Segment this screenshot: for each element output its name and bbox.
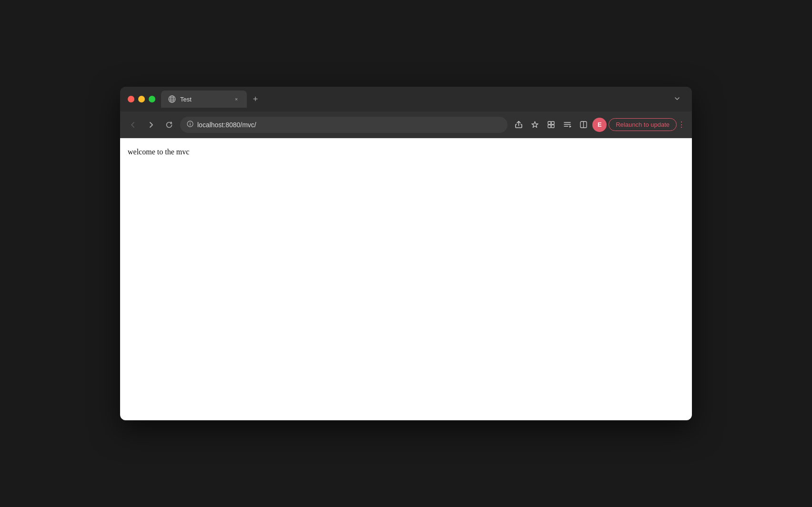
svg-rect-9	[548, 122, 551, 124]
share-button[interactable]	[511, 118, 526, 132]
toolbar: localhost:8080/mvc/	[120, 112, 692, 138]
active-tab[interactable]: Test ×	[161, 91, 247, 108]
reload-button[interactable]	[162, 118, 176, 132]
title-bar: Test × +	[120, 87, 692, 112]
url-text: localhost:8080/mvc/	[197, 121, 501, 129]
page-content: welcome to the mvc	[120, 138, 692, 420]
profile-avatar[interactable]: E	[592, 118, 607, 132]
address-bar[interactable]: localhost:8080/mvc/	[180, 117, 508, 133]
minimize-button[interactable]	[138, 96, 145, 102]
back-button[interactable]	[126, 118, 140, 132]
relaunch-more-button[interactable]: ⋮	[677, 120, 686, 129]
media-queue-button[interactable]	[560, 118, 574, 132]
tab-close-button[interactable]: ×	[233, 95, 240, 103]
share-icon	[515, 121, 523, 129]
svg-rect-12	[551, 125, 554, 128]
puzzle-icon	[547, 121, 555, 129]
queue-icon	[563, 121, 571, 129]
maximize-button[interactable]	[149, 96, 155, 102]
extensions-button[interactable]	[544, 118, 558, 132]
close-button[interactable]	[128, 96, 134, 102]
browser-window: Test × +	[120, 87, 692, 420]
relaunch-button[interactable]: Relaunch to update	[609, 118, 677, 131]
forward-arrow-icon	[147, 121, 155, 129]
bookmark-star-icon	[531, 121, 539, 129]
globe-icon	[168, 95, 176, 103]
toolbar-actions: E Relaunch to update ⋮	[511, 118, 686, 132]
split-view-button[interactable]	[576, 118, 590, 132]
tab-bar: Test × +	[161, 91, 684, 108]
svg-point-7	[190, 122, 191, 123]
traffic-lights	[128, 96, 155, 102]
bookmark-button[interactable]	[528, 118, 542, 132]
split-icon	[579, 121, 588, 129]
page-body-text: welcome to the mvc	[128, 148, 684, 156]
chevron-down-icon	[674, 95, 680, 102]
tab-favicon-icon	[168, 95, 176, 103]
svg-marker-16	[569, 125, 571, 128]
tab-title: Test	[180, 96, 229, 103]
info-icon	[187, 121, 193, 129]
relaunch-group: Relaunch to update ⋮	[609, 118, 686, 131]
reload-icon	[165, 121, 173, 129]
forward-button[interactable]	[144, 118, 158, 132]
back-arrow-icon	[129, 121, 137, 129]
svg-rect-11	[548, 125, 551, 128]
relaunch-label: Relaunch to update	[616, 121, 670, 128]
info-circle-icon	[187, 121, 193, 127]
svg-rect-10	[551, 122, 554, 124]
new-tab-button[interactable]: +	[249, 92, 262, 106]
tab-dropdown-button[interactable]	[670, 93, 684, 105]
svg-marker-8	[531, 122, 538, 128]
